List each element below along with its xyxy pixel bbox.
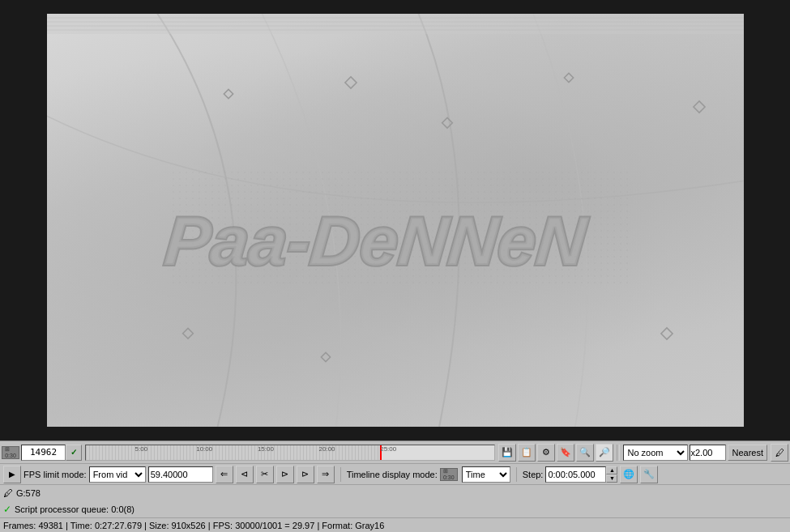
video-frame: Paa-DeNNeN Paa-DeNNeN [47, 14, 744, 427]
step-input[interactable] [545, 466, 606, 483]
ctrl-separator-2 [516, 467, 517, 482]
timeline-bar: ⊞0:30 ✓ 5:00 10:00 15:00 20:00 25:00 💾 📋… [0, 441, 790, 464]
time-marker-5: 25:00 [380, 445, 396, 453]
save-button[interactable]: 💾 [498, 444, 516, 462]
svg-rect-12 [47, 14, 744, 34]
interpolation-button[interactable]: Nearest [728, 445, 767, 461]
bookmark-button[interactable]: 🔖 [557, 444, 574, 462]
fps-mode-select[interactable]: From vid From file Custom [89, 466, 146, 483]
script-icon: 🖊 [3, 487, 13, 499]
time-marker-3: 15:00 [258, 445, 274, 453]
copy-button[interactable]: 📋 [518, 444, 536, 462]
timeline-display-select[interactable]: Time Frames [462, 466, 510, 483]
svg-rect-4 [693, 101, 704, 113]
svg-rect-1 [224, 89, 233, 98]
time-marker-4: 20:00 [319, 445, 335, 453]
zoom-multiplier-input[interactable] [690, 445, 726, 461]
processor-label: Script processor queue: 0:0(8) [15, 504, 135, 514]
processor-status-row: ✓ Script processor queue: 0:0(8) [0, 501, 790, 517]
svg-rect-6 [321, 352, 330, 361]
prev-frame-button[interactable]: ⊲ [236, 466, 254, 483]
go-button[interactable]: ✓ [66, 445, 82, 461]
svg-rect-11 [169, 168, 630, 285]
settings-button[interactable]: ⚙ [537, 444, 555, 462]
time-marker-1: 5:00 [135, 445, 148, 453]
step-increment-button[interactable]: ▲ [606, 466, 617, 475]
frame-icon: ⊞0:30 [2, 446, 19, 459]
toolbar-separator-1 [617, 445, 620, 461]
playback-controls-row: ▶ FPS limit mode: From vid From file Cus… [0, 464, 790, 485]
step-spinbox-buttons: ▲ ▼ [606, 466, 617, 483]
cut-button[interactable]: ✂ [256, 466, 274, 483]
video-container: Paa-DeNNeN Paa-DeNNeN [0, 0, 790, 440]
script-label: G:578 [16, 488, 41, 498]
zoom-controls: 💾 📋 ⚙ 🔖 🔍 🔎 No zoom 25% 50% 100% 200% Ne… [498, 444, 788, 462]
zoom-select[interactable]: No zoom 25% 50% 100% 200% [623, 445, 688, 461]
magnify-button[interactable]: 🔎 [596, 444, 613, 462]
time-marker-2: 10:00 [196, 445, 212, 453]
info-bar: Frames: 49381 | Time: 0:27:27.679 | Size… [0, 517, 790, 532]
fps-value-input[interactable] [148, 466, 213, 483]
svg-rect-3 [564, 73, 573, 82]
timeline-mode-icon: ⊞0:30 [440, 468, 458, 481]
step-decrement-button[interactable]: ▼ [606, 475, 617, 483]
speed-down-button[interactable]: ⇐ [216, 466, 233, 483]
status-ok-icon: ✓ [3, 504, 11, 515]
ctrl-separator-1 [340, 467, 341, 482]
next-frame-button[interactable]: ⊳ [297, 466, 314, 483]
color-picker-button[interactable]: 🖊 [771, 444, 788, 462]
video-content: Paa-DeNNeN Paa-DeNNeN [47, 14, 744, 427]
step-label: Step: [523, 470, 544, 479]
timeline-display-label: Timeline display mode: [347, 470, 438, 479]
search-button[interactable]: 🔍 [576, 444, 594, 462]
play-button[interactable]: ▶ [3, 466, 21, 483]
extra-btn-2[interactable]: 🔧 [640, 466, 658, 483]
frame-number-input[interactable] [21, 445, 66, 461]
timeline-scrubber[interactable]: 5:00 10:00 15:00 20:00 25:00 [85, 445, 495, 461]
info-text: Frames: 49381 | Time: 0:27:27.679 | Size… [3, 521, 384, 530]
speed-up-button[interactable]: ⇒ [317, 466, 335, 483]
fps-mode-label: FPS limit mode: [23, 470, 87, 479]
extra-btn-1[interactable]: 🌐 [620, 466, 638, 483]
step-spinbox: ▲ ▼ [545, 466, 617, 483]
paste-button[interactable]: ⊳ [276, 466, 294, 483]
svg-rect-5 [182, 328, 193, 338]
controls-area: ⊞0:30 ✓ 5:00 10:00 15:00 20:00 25:00 💾 📋… [0, 440, 790, 532]
svg-rect-7 [660, 328, 672, 339]
svg-rect-0 [344, 77, 356, 88]
script-status-row: 🖊 G:578 [0, 485, 790, 501]
